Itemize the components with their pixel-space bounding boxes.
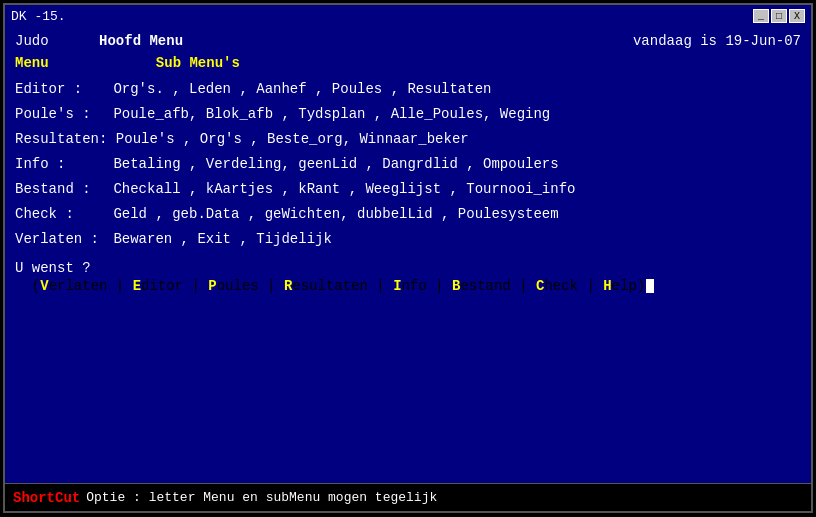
submenu-column-header: Sub Menu's xyxy=(156,55,240,71)
menu-items-resultaten: Poule's , Org's , Beste_org, Winnaar_bek… xyxy=(107,129,468,150)
app-name: Judo Hoofd Menu xyxy=(15,33,183,49)
text-cursor xyxy=(646,279,654,293)
menu-label-resultaten: Resultaten: xyxy=(15,129,107,150)
menu-items-poules: Poule_afb, Blok_afb , Tydsplan , Alle_Po… xyxy=(105,104,550,125)
menu-items-bestand: Checkall , kAartjes , kRant , Weeglijst … xyxy=(105,179,575,200)
menu-rows-container: Editor : Org's. , Leden , Aanhef , Poule… xyxy=(15,79,801,254)
menu-items-check: Geld , geb.Data , geWichten, dubbelLid ,… xyxy=(105,204,559,225)
menu-items-editor: Org's. , Leden , Aanhef , Poules , Resul… xyxy=(105,79,491,100)
key-i: I xyxy=(393,278,401,294)
status-text: Optie : letter Menu en subMenu mogen teg… xyxy=(86,490,437,505)
menu-row-verlaten: Verlaten : Bewaren , Exit , Tijdelijk xyxy=(15,229,801,250)
key-v: V xyxy=(40,278,48,294)
menu-label-bestand: Bestand : xyxy=(15,179,105,200)
status-bar: ShortCut Optie : letter Menu en subMenu … xyxy=(5,483,811,511)
menu-label-verlaten: Verlaten : xyxy=(15,229,105,250)
menu-row-bestand: Bestand : Checkall , kAartjes , kRant , … xyxy=(15,179,801,200)
key-p: P xyxy=(208,278,216,294)
header-row: Judo Hoofd Menu vandaag is 19-Jun-07 xyxy=(15,33,801,49)
column-headers: Menu Sub Menu's xyxy=(15,55,801,71)
main-window: DK -15. _ □ X Judo Hoofd Menu vandaag is… xyxy=(3,3,813,513)
key-e: E xyxy=(133,278,141,294)
main-content: Judo Hoofd Menu vandaag is 19-Jun-07 Men… xyxy=(5,27,811,483)
menu-items-verlaten: Bewaren , Exit , Tijdelijk xyxy=(105,229,332,250)
menu-column-header: Menu xyxy=(15,55,49,71)
minimize-button[interactable]: _ xyxy=(753,9,769,23)
menu-row-poules: Poule's : Poule_afb, Blok_afb , Tydsplan… xyxy=(15,104,801,125)
shortcut-label: ShortCut xyxy=(13,490,80,506)
close-button[interactable]: X xyxy=(789,9,805,23)
key-h: H xyxy=(603,278,611,294)
menu-items-info: Betaling , Verdeling, geenLid , Dangrdli… xyxy=(105,154,559,175)
menu-label-editor: Editor : xyxy=(15,79,105,100)
menu-row-info: Info : Betaling , Verdeling, geenLid , D… xyxy=(15,154,801,175)
window-title: DK -15. xyxy=(11,9,66,24)
menu-row-check: Check : Geld , geb.Data , geWichten, dub… xyxy=(15,204,801,225)
maximize-button[interactable]: □ xyxy=(771,9,787,23)
menu-label-info: Info : xyxy=(15,154,105,175)
menu-row-editor: Editor : Org's. , Leden , Aanhef , Poule… xyxy=(15,79,801,100)
title-bar-controls: _ □ X xyxy=(753,9,805,23)
prompt-line1: U wenst ? xyxy=(15,260,801,276)
menu-row-resultaten: Resultaten: Poule's , Org's , Beste_org,… xyxy=(15,129,801,150)
menu-label-check: Check : xyxy=(15,204,105,225)
bottom-section: U wenst ? (Verlaten | Editor | Poules | … xyxy=(15,260,801,294)
menu-label-poules: Poule's : xyxy=(15,104,105,125)
prompt-prefix: ( xyxy=(15,278,40,294)
title-bar: DK -15. _ □ X xyxy=(5,5,811,27)
prompt-line2: (Verlaten | Editor | Poules | Resultaten… xyxy=(15,278,801,294)
header-date: vandaag is 19-Jun-07 xyxy=(633,33,801,49)
menu-title: Hoofd Menu xyxy=(99,33,183,49)
